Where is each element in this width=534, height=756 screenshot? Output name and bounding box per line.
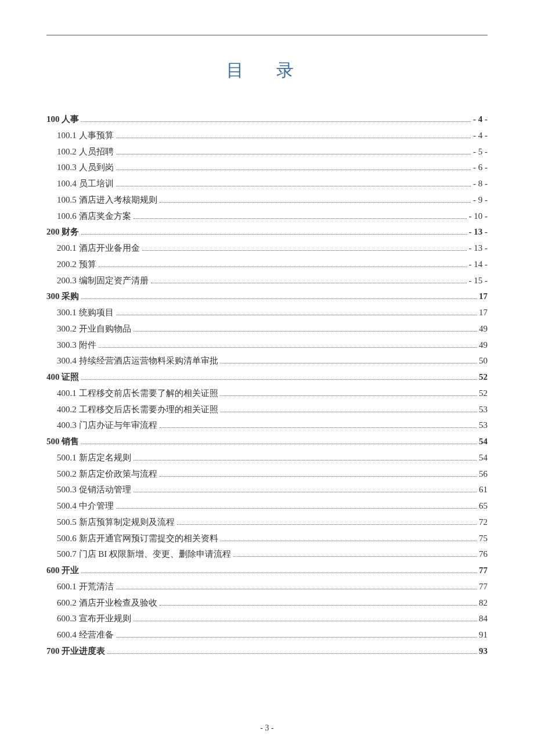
toc-entry[interactable]: 100.4 员工培训- 8 - [46,176,488,192]
toc-entry-label: 400.2 工程移交后店长需要办理的相关证照 [46,402,218,418]
toc-entry[interactable]: 200.1 酒店开业备用金- 13 - [46,240,488,257]
toc-entry-page: - 5 - [473,144,488,160]
toc-entry-page: - 4 - [473,111,488,128]
toc-entry-label: 600 开业 [46,563,79,579]
toc-entry[interactable]: 200.2 预算- 14 - [46,257,488,273]
toc-entry-page: - 8 - [473,176,488,192]
toc-leader-dots [116,508,477,509]
table-of-contents: 100 人事- 4 -100.1 人事预算- 4 -100.2 人员招聘- 5 … [46,111,488,660]
toc-leader-dots [81,234,466,235]
toc-entry-label: 100 人事 [46,111,79,128]
toc-entry-label: 300.1 统购项目 [46,305,114,321]
toc-entry-label: 500.3 促销活动管理 [46,482,131,498]
toc-leader-dots [177,524,477,525]
toc-leader-dots [134,460,477,460]
toc-title: 目 录 [46,59,488,82]
toc-leader-dots [116,637,477,638]
toc-entry[interactable]: 300.4 持续经营酒店运营物料采购清单审批50 [46,353,488,369]
toc-entry[interactable]: 300.3 附件49 [46,337,488,354]
toc-entry[interactable]: 100.6 酒店奖金方案- 10 - [46,208,488,225]
toc-entry-page: 52 [479,386,488,402]
toc-leader-dots [116,154,471,154]
toc-entry-label: 700 开业进度表 [46,643,105,660]
toc-leader-dots [81,379,477,380]
toc-leader-dots [134,621,477,621]
toc-entry-label: 600.3 宣布开业规则 [46,611,131,627]
toc-entry-label: 300 采购 [46,289,79,305]
toc-entry-label: 200 财务 [46,224,79,240]
toc-entry[interactable]: 500.7 门店 BI 权限新增、变更、删除申请流程76 [46,546,488,563]
toc-leader-dots [81,298,477,299]
toc-entry[interactable]: 500.6 新店开通官网预订需提交的相关资料75 [46,531,488,547]
toc-entry-page: - 10 - [469,208,488,225]
toc-leader-dots [160,427,477,428]
toc-entry-page: 77 [479,579,488,595]
toc-leader-dots [116,186,471,186]
toc-entry[interactable]: 400.1 工程移交前店长需要了解的相关证照52 [46,386,488,402]
toc-entry-label: 400.3 门店办证与年审流程 [46,417,157,434]
toc-leader-dots [134,218,467,219]
toc-leader-dots [107,653,477,654]
toc-entry[interactable]: 500 销售54 [46,434,488,450]
toc-entry-label: 100.2 人员招聘 [46,144,114,160]
toc-leader-dots [160,605,477,606]
toc-entry[interactable]: 100 人事- 4 - [46,111,488,128]
toc-entry-page: 17 [479,289,488,305]
toc-entry-page: - 14 - [469,257,488,273]
toc-entry[interactable]: 300.2 开业自购物品49 [46,321,488,337]
toc-entry[interactable]: 700 开业进度表93 [46,643,488,660]
toc-entry-label: 500 销售 [46,434,79,450]
toc-entry-label: 400.1 工程移交前店长需要了解的相关证照 [46,386,218,402]
toc-leader-dots [142,250,467,251]
toc-leader-dots [221,412,477,412]
toc-entry-page: 72 [479,514,488,531]
toc-entry[interactable]: 600.2 酒店开业检查及验收82 [46,595,488,611]
toc-leader-dots [116,138,471,138]
toc-entry[interactable]: 200.3 编制固定资产清册- 15 - [46,273,488,289]
toc-entry[interactable]: 300.1 统购项目17 [46,305,488,321]
toc-entry[interactable]: 100.2 人员招聘- 5 - [46,144,488,160]
toc-entry[interactable]: 500.4 中介管理65 [46,498,488,514]
toc-entry-page: - 4 - [473,128,488,144]
toc-entry-page: 54 [479,434,488,450]
toc-entry[interactable]: 500.2 新店定价政策与流程56 [46,466,488,483]
toc-leader-dots [99,267,467,267]
toc-entry-page: 61 [479,482,488,498]
toc-leader-dots [160,202,471,203]
toc-entry-page: 17 [479,305,488,321]
toc-entry[interactable]: 500.5 新店预算制定规则及流程72 [46,514,488,531]
toc-leader-dots [116,589,477,589]
toc-entry[interactable]: 400.3 门店办证与年审流程53 [46,417,488,434]
toc-entry-label: 400 证照 [46,369,79,386]
toc-entry-page: 84 [479,611,488,627]
toc-entry[interactable]: 100.1 人事预算- 4 - [46,128,488,144]
toc-entry[interactable]: 600.1 开荒清洁77 [46,579,488,595]
toc-leader-dots [221,541,477,541]
toc-entry-label: 200.2 预算 [46,257,96,273]
toc-entry-label: 200.3 编制固定资产清册 [46,273,149,289]
toc-entry-label: 100.6 酒店奖金方案 [46,208,131,225]
toc-entry-label: 600.1 开荒清洁 [46,579,114,595]
toc-entry-page: 82 [479,595,488,611]
toc-entry-label: 300.3 附件 [46,337,96,354]
toc-entry[interactable]: 500.3 促销活动管理61 [46,482,488,498]
toc-entry[interactable]: 100.3 人员到岗- 6 - [46,160,488,176]
toc-entry[interactable]: 400 证照52 [46,369,488,386]
toc-entry[interactable]: 400.2 工程移交后店长需要办理的相关证照53 [46,402,488,418]
toc-entry[interactable]: 100.5 酒店进入考核期规则- 9 - [46,192,488,208]
toc-entry[interactable]: 300 采购17 [46,289,488,305]
toc-entry[interactable]: 600.4 经营准备91 [46,627,488,643]
toc-entry[interactable]: 600.3 宣布开业规则84 [46,611,488,627]
page-number: - 3 - [0,723,534,733]
toc-entry-label: 500.6 新店开通官网预订需提交的相关资料 [46,531,218,547]
toc-entry-label: 100.3 人员到岗 [46,160,114,176]
toc-entry-label: 300.2 开业自购物品 [46,321,131,337]
toc-entry-label: 100.5 酒店进入考核期规则 [46,192,157,208]
toc-entry[interactable]: 500.1 新店定名规则54 [46,450,488,466]
toc-entry[interactable]: 600 开业77 [46,563,488,579]
toc-leader-dots [116,315,477,315]
toc-entry-page: 91 [479,627,488,643]
toc-entry[interactable]: 200 财务- 13 - [46,224,488,240]
toc-entry-page: - 9 - [473,192,488,208]
toc-entry-page: 53 [479,402,488,418]
